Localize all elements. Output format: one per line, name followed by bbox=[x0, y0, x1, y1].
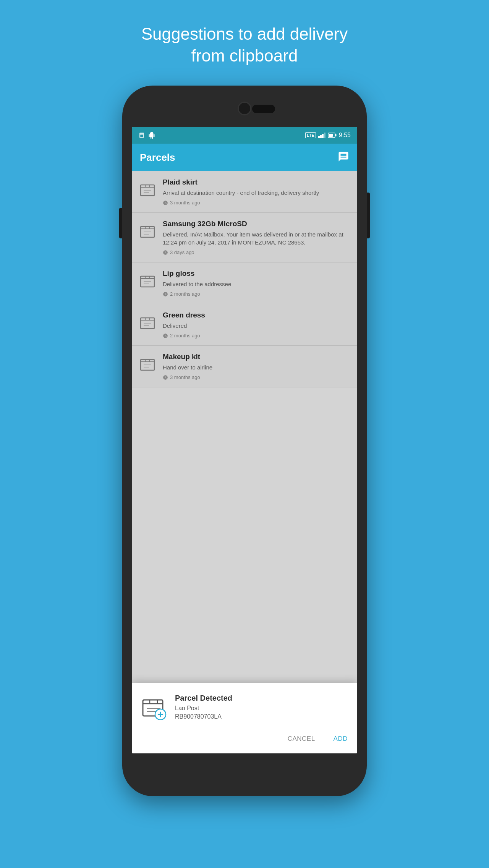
lte-badge: LTE bbox=[305, 132, 316, 138]
phone-mockup: LTE 9:55 bbox=[122, 86, 367, 811]
phone-screen: LTE 9:55 bbox=[132, 127, 357, 753]
svg-rect-5 bbox=[324, 133, 325, 138]
bottom-sheet: Parcel Detected Lao Post RB900780703LA C… bbox=[132, 683, 357, 753]
chat-icon[interactable] bbox=[338, 151, 349, 164]
svg-rect-8 bbox=[329, 134, 333, 137]
status-bar: LTE 9:55 bbox=[132, 127, 357, 144]
svg-rect-2 bbox=[318, 136, 320, 138]
detected-title: Parcel Detected bbox=[175, 694, 349, 703]
phone-button-right bbox=[367, 193, 370, 238]
parcel-status: Hand over to airline bbox=[163, 363, 351, 371]
parcel-name: Makeup kit bbox=[163, 353, 351, 361]
phone-camera bbox=[238, 102, 251, 115]
parcel-time: 2 months ago bbox=[163, 333, 351, 338]
parcel-status: Delivered, In/At Mailbox. Your item was … bbox=[163, 230, 351, 246]
parcel-name: Green dress bbox=[163, 311, 351, 319]
phone-button-left bbox=[119, 208, 122, 238]
list-item[interactable]: Plaid skirt Arrival at destination count… bbox=[132, 171, 357, 213]
cancel-button[interactable]: CANCEL bbox=[286, 732, 317, 746]
page-title: Suggestions to add deliveryfrom clipboar… bbox=[111, 23, 378, 66]
parcel-list: Plaid skirt Arrival at destination count… bbox=[132, 171, 357, 753]
parcel-status: Delivered bbox=[163, 322, 351, 330]
time-display: 9:55 bbox=[339, 132, 351, 139]
detected-tracking-number: RB900780703LA bbox=[175, 713, 349, 720]
parcel-icon-5 bbox=[138, 354, 157, 374]
parcel-icon-2 bbox=[138, 221, 157, 241]
sheet-actions: CANCEL ADD bbox=[140, 729, 349, 746]
parcel-name: Lip gloss bbox=[163, 269, 351, 278]
app-bar-title: Parcels bbox=[140, 152, 175, 164]
detected-parcel-icon bbox=[140, 692, 167, 721]
parcel-icon-3 bbox=[138, 271, 157, 291]
list-item[interactable]: Green dress Delivered 2 months ago bbox=[132, 304, 357, 346]
parcel-time: 3 months ago bbox=[163, 374, 351, 380]
battery-icon bbox=[328, 132, 337, 138]
parcel-time: 3 months ago bbox=[163, 200, 351, 206]
add-button[interactable]: ADD bbox=[332, 732, 349, 746]
status-bar-left bbox=[138, 132, 155, 139]
parcel-status: Arrival at destination country - end of … bbox=[163, 189, 351, 197]
parcel-icon-4 bbox=[138, 313, 157, 332]
signal-icon bbox=[318, 132, 326, 138]
svg-rect-1 bbox=[140, 135, 143, 137]
parcel-name: Plaid skirt bbox=[163, 178, 351, 186]
parcel-time: 2 months ago bbox=[163, 291, 351, 297]
list-item[interactable]: Samsung 32Gb MicroSD Delivered, In/At Ma… bbox=[132, 213, 357, 262]
android-icon bbox=[148, 132, 155, 139]
list-item[interactable]: Makeup kit Hand over to airline 3 months… bbox=[132, 346, 357, 387]
phone-speaker bbox=[252, 105, 275, 113]
parcel-icon-1 bbox=[138, 180, 157, 199]
list-item[interactable]: Lip gloss Delivered to the addressee 2 m… bbox=[132, 262, 357, 304]
app-bar: Parcels bbox=[132, 144, 357, 171]
svg-rect-4 bbox=[322, 134, 324, 138]
parcel-time: 3 days ago bbox=[163, 249, 351, 255]
parcel-status: Delivered to the addressee bbox=[163, 280, 351, 288]
sim-icon bbox=[138, 132, 145, 139]
status-bar-right: LTE 9:55 bbox=[305, 132, 351, 139]
svg-rect-7 bbox=[335, 134, 336, 136]
parcel-name: Samsung 32Gb MicroSD bbox=[163, 220, 351, 228]
svg-rect-3 bbox=[320, 135, 322, 138]
detected-carrier: Lao Post bbox=[175, 705, 349, 712]
